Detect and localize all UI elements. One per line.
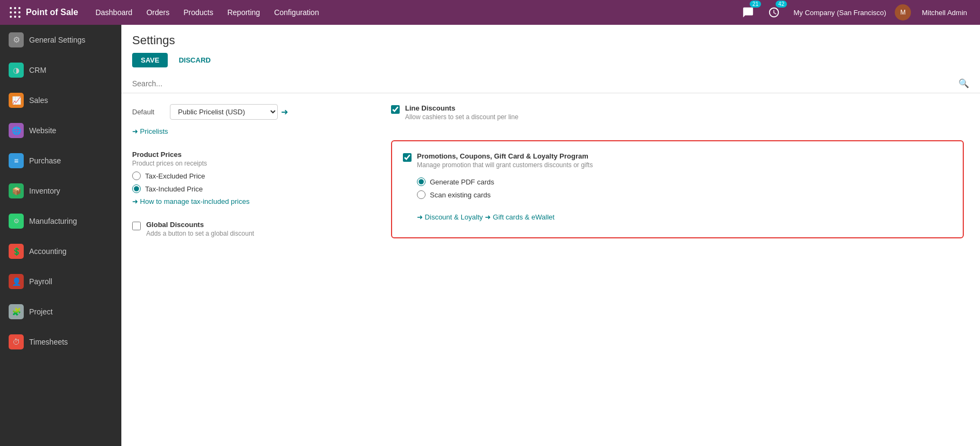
settings-columns: Default Public Pricelist (USD) ➜ ➜ Price… [121, 93, 980, 267]
sidebar-label-project: Project [29, 307, 53, 316]
general-settings-icon: ⚙ [9, 32, 24, 47]
promotions-links: ➜ Discount & Loyalty ➜ Gift cards & eWal… [417, 210, 952, 227]
page-header: Settings SAVE DISCARD [121, 25, 980, 74]
nav-products[interactable]: Products [177, 5, 220, 20]
payroll-icon: 👤 [9, 274, 24, 289]
pricelist-external-link[interactable]: ➜ [281, 107, 288, 117]
sales-icon: 📈 [9, 93, 24, 108]
tax-excluded-radio[interactable] [132, 171, 141, 180]
inventory-icon: 📦 [9, 183, 24, 198]
navbar-right: 21 42 My Company (San Francisco) M Mitch… [739, 4, 974, 21]
product-prices-desc: Product prices on receipts [132, 160, 359, 167]
scan-existing-label: Scan existing cards [430, 191, 491, 199]
page-title: Settings [132, 33, 969, 47]
nav-dashboard[interactable]: Dashboard [89, 5, 139, 20]
line-discounts-checkbox-item: Line Discounts Allow cashiers to set a d… [391, 104, 964, 125]
sidebar-item-payroll[interactable]: 👤 Payroll [0, 266, 121, 297]
messages-icon[interactable]: 21 [739, 4, 757, 21]
sidebar-item-sales[interactable]: 📈 Sales [0, 85, 121, 115]
promotions-desc: Manage promotion that will grant custome… [417, 161, 952, 169]
messages-badge: 21 [750, 1, 761, 8]
product-prices-row: Product Prices Product prices on receipt… [132, 150, 359, 205]
timesheets-icon: ⏱ [9, 334, 24, 349]
user-avatar[interactable]: M [895, 4, 911, 20]
nav-configuration[interactable]: Configuration [268, 5, 325, 20]
sidebar-item-inventory[interactable]: 📦 Inventory [0, 176, 121, 206]
nav-reporting[interactable]: Reporting [221, 5, 266, 20]
default-field: Default Public Pricelist (USD) ➜ [132, 104, 359, 120]
sidebar-item-general-settings[interactable]: ⚙ General Settings [0, 25, 121, 55]
line-discounts-info: Line Discounts Allow cashiers to set a d… [405, 104, 518, 125]
tax-included-radio[interactable] [132, 184, 141, 193]
manufacturing-icon: ⚙ [9, 214, 24, 229]
company-name[interactable]: My Company (San Francisco) [793, 9, 886, 17]
tax-included-label: Tax-Included Price [145, 185, 203, 193]
scan-existing-option[interactable]: Scan existing cards [417, 190, 952, 199]
main-layout: ⚙ General Settings ◑ CRM 📈 Sales 🌐 Websi… [0, 25, 980, 446]
sidebar-label-inventory: Inventory [29, 187, 60, 195]
global-discounts-checkbox[interactable] [132, 222, 141, 230]
promotions-title-row: Promotions, Coupons, Gift Card & Loyalty… [403, 152, 952, 169]
generate-pdf-option[interactable]: Generate PDF cards [417, 177, 952, 186]
crm-icon: ◑ [9, 63, 24, 78]
main-nav: Dashboard Orders Products Reporting Conf… [89, 5, 326, 20]
clock-badge: 42 [776, 1, 787, 8]
nav-orders[interactable]: Orders [140, 5, 176, 20]
sidebar-item-manufacturing[interactable]: ⚙ Manufacturing [0, 206, 121, 236]
sidebar-label-general-settings: General Settings [29, 36, 85, 44]
line-discounts-row: Line Discounts Allow cashiers to set a d… [391, 104, 964, 125]
sidebar-label-crm: CRM [29, 66, 46, 74]
pricelist-select[interactable]: Public Pricelist (USD) [170, 104, 278, 120]
promotions-info: Promotions, Coupons, Gift Card & Loyalty… [417, 152, 952, 169]
global-discounts-desc: Adds a button to set a global discount [146, 230, 254, 237]
clock-icon[interactable]: 42 [765, 4, 783, 21]
promotions-radio-group: Generate PDF cards Scan existing cards [417, 177, 952, 199]
sidebar-item-website[interactable]: 🌐 Website [0, 115, 121, 146]
promotions-checkbox[interactable] [403, 153, 412, 162]
grid-menu-icon[interactable] [6, 4, 24, 21]
left-column: Default Public Pricelist (USD) ➜ ➜ Price… [132, 104, 359, 257]
sidebar-label-sales: Sales [29, 96, 48, 105]
global-discounts-checkbox-item: Global Discounts Adds a button to set a … [132, 221, 359, 242]
discount-loyalty-link[interactable]: ➜ Discount & Loyalty [417, 213, 483, 221]
generate-pdf-label: Generate PDF cards [430, 178, 494, 186]
pricelists-link[interactable]: ➜ Pricelists [132, 127, 168, 135]
global-discounts-label: Global Discounts [146, 221, 254, 229]
search-input[interactable] [132, 79, 954, 88]
tax-excluded-option[interactable]: Tax-Excluded Price [132, 171, 359, 180]
manage-tax-link[interactable]: ➜ How to manage tax-included prices [132, 197, 250, 205]
search-bar-container: 🔍 [121, 74, 980, 93]
navbar: Point of Sale Dashboard Orders Products … [0, 0, 980, 25]
sidebar-label-manufacturing: Manufacturing [29, 217, 77, 225]
tax-excluded-label: Tax-Excluded Price [145, 172, 205, 180]
line-discounts-desc: Allow cashiers to set a discount per lin… [405, 113, 518, 121]
save-button[interactable]: SAVE [132, 53, 168, 67]
sidebar-item-project[interactable]: 🧩 Project [0, 297, 121, 327]
global-discounts-info: Global Discounts Adds a button to set a … [146, 221, 254, 242]
price-radio-group: Tax-Excluded Price Tax-Included Price [132, 171, 359, 193]
discard-button[interactable]: DISCARD [172, 53, 217, 67]
sidebar-item-crm[interactable]: ◑ CRM [0, 55, 121, 85]
generate-pdf-radio[interactable] [417, 177, 426, 186]
purchase-icon: ≡ [9, 153, 24, 168]
promotions-label: Promotions, Coupons, Gift Card & Loyalty… [417, 152, 952, 160]
user-name[interactable]: Mitchell Admin [915, 5, 974, 20]
gift-cards-link[interactable]: ➜ Gift cards & eWallet [485, 213, 554, 221]
project-icon: 🧩 [9, 304, 24, 319]
tax-included-option[interactable]: Tax-Included Price [132, 184, 359, 193]
sidebar-item-accounting[interactable]: 💲 Accounting [0, 236, 121, 266]
scan-existing-radio[interactable] [417, 190, 426, 199]
promotions-box: Promotions, Coupons, Gift Card & Loyalty… [391, 140, 964, 238]
sidebar-label-payroll: Payroll [29, 277, 52, 286]
sidebar-label-purchase: Purchase [29, 156, 61, 165]
pricelist-select-wrapper: Public Pricelist (USD) ➜ [170, 104, 288, 120]
sidebar-item-purchase[interactable]: ≡ Purchase [0, 146, 121, 176]
line-discounts-label: Line Discounts [405, 104, 518, 112]
global-discounts-row: Global Discounts Adds a button to set a … [132, 221, 359, 242]
sidebar-label-website: Website [29, 126, 56, 135]
sidebar-item-timesheets[interactable]: ⏱ Timesheets [0, 327, 121, 357]
line-discounts-checkbox[interactable] [391, 105, 400, 114]
sidebar-label-accounting: Accounting [29, 247, 66, 256]
sidebar: ⚙ General Settings ◑ CRM 📈 Sales 🌐 Websi… [0, 25, 121, 446]
sidebar-label-timesheets: Timesheets [29, 338, 68, 346]
